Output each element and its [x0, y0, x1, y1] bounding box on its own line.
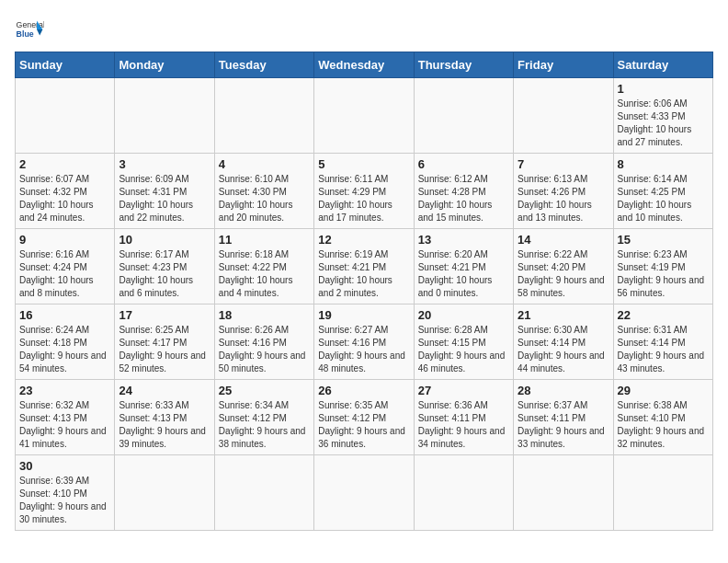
- weekday-header-tuesday: Tuesday: [214, 52, 313, 78]
- calendar-cell: [414, 78, 513, 154]
- calendar-cell: 12Sunrise: 6:19 AM Sunset: 4:21 PM Dayli…: [314, 229, 414, 304]
- calendar-cell: 4Sunrise: 6:10 AM Sunset: 4:30 PM Daylig…: [214, 154, 313, 229]
- calendar-cell: 15Sunrise: 6:23 AM Sunset: 4:19 PM Dayli…: [613, 229, 712, 304]
- day-info: Sunrise: 6:26 AM Sunset: 4:16 PM Dayligh…: [219, 324, 310, 375]
- calendar-cell: [115, 78, 214, 154]
- day-number: 19: [318, 308, 409, 322]
- day-info: Sunrise: 6:16 AM Sunset: 4:24 PM Dayligh…: [19, 248, 110, 300]
- calendar-cell: 24Sunrise: 6:33 AM Sunset: 4:13 PM Dayli…: [115, 380, 214, 455]
- day-info: Sunrise: 6:11 AM Sunset: 4:29 PM Dayligh…: [318, 173, 409, 224]
- weekday-header-row: SundayMondayTuesdayWednesdayThursdayFrid…: [16, 52, 713, 78]
- calendar-cell: 25Sunrise: 6:34 AM Sunset: 4:12 PM Dayli…: [214, 380, 313, 455]
- day-info: Sunrise: 6:12 AM Sunset: 4:28 PM Dayligh…: [418, 173, 509, 224]
- calendar-cell: [214, 78, 313, 154]
- calendar-cell: [514, 455, 613, 531]
- calendar-cell: 5Sunrise: 6:11 AM Sunset: 4:29 PM Daylig…: [314, 154, 414, 229]
- calendar-week-row: 16Sunrise: 6:24 AM Sunset: 4:18 PM Dayli…: [16, 304, 713, 380]
- day-number: 12: [318, 233, 409, 247]
- day-info: Sunrise: 6:18 AM Sunset: 4:22 PM Dayligh…: [219, 248, 310, 300]
- calendar-cell: 9Sunrise: 6:16 AM Sunset: 4:24 PM Daylig…: [16, 229, 115, 304]
- day-number: 8: [618, 157, 709, 171]
- day-info: Sunrise: 6:27 AM Sunset: 4:16 PM Dayligh…: [318, 324, 409, 375]
- day-number: 16: [19, 308, 110, 322]
- day-number: 17: [119, 308, 210, 322]
- day-info: Sunrise: 6:19 AM Sunset: 4:21 PM Dayligh…: [318, 248, 409, 300]
- weekday-header-wednesday: Wednesday: [314, 52, 414, 78]
- day-info: Sunrise: 6:07 AM Sunset: 4:32 PM Dayligh…: [19, 173, 110, 224]
- calendar-cell: 11Sunrise: 6:18 AM Sunset: 4:22 PM Dayli…: [214, 229, 313, 304]
- day-info: Sunrise: 6:35 AM Sunset: 4:12 PM Dayligh…: [318, 399, 409, 451]
- calendar-cell: 3Sunrise: 6:09 AM Sunset: 4:31 PM Daylig…: [115, 154, 214, 229]
- day-number: 7: [518, 157, 609, 171]
- day-info: Sunrise: 6:13 AM Sunset: 4:26 PM Dayligh…: [518, 173, 609, 224]
- day-number: 2: [19, 157, 110, 171]
- day-info: Sunrise: 6:23 AM Sunset: 4:19 PM Dayligh…: [618, 248, 709, 300]
- page-header: General Blue: [15, 15, 713, 44]
- generalblue-logo-icon: General Blue: [15, 15, 44, 44]
- calendar-cell: 23Sunrise: 6:32 AM Sunset: 4:13 PM Dayli…: [16, 380, 115, 455]
- calendar-cell: [115, 455, 214, 531]
- calendar-cell: [214, 455, 313, 531]
- calendar-cell: 17Sunrise: 6:25 AM Sunset: 4:17 PM Dayli…: [115, 304, 214, 380]
- calendar-cell: 30Sunrise: 6:39 AM Sunset: 4:10 PM Dayli…: [16, 455, 115, 531]
- day-number: 10: [119, 233, 210, 247]
- day-info: Sunrise: 6:22 AM Sunset: 4:20 PM Dayligh…: [518, 248, 609, 300]
- day-number: 5: [318, 157, 409, 171]
- calendar-cell: [514, 78, 613, 154]
- day-number: 15: [618, 233, 709, 247]
- day-number: 23: [19, 384, 110, 397]
- day-info: Sunrise: 6:17 AM Sunset: 4:23 PM Dayligh…: [119, 248, 210, 300]
- day-info: Sunrise: 6:20 AM Sunset: 4:21 PM Dayligh…: [418, 248, 509, 300]
- day-number: 6: [418, 157, 509, 171]
- day-info: Sunrise: 6:33 AM Sunset: 4:13 PM Dayligh…: [119, 399, 210, 451]
- logo: General Blue: [15, 15, 44, 44]
- calendar-cell: [314, 78, 414, 154]
- day-info: Sunrise: 6:09 AM Sunset: 4:31 PM Dayligh…: [119, 173, 210, 224]
- day-number: 22: [618, 308, 709, 322]
- calendar-cell: 19Sunrise: 6:27 AM Sunset: 4:16 PM Dayli…: [314, 304, 414, 380]
- calendar-cell: [16, 78, 115, 154]
- day-info: Sunrise: 6:14 AM Sunset: 4:25 PM Dayligh…: [618, 173, 709, 224]
- calendar-cell: 27Sunrise: 6:36 AM Sunset: 4:11 PM Dayli…: [414, 380, 513, 455]
- day-number: 18: [219, 308, 310, 322]
- calendar-cell: 6Sunrise: 6:12 AM Sunset: 4:28 PM Daylig…: [414, 154, 513, 229]
- calendar-cell: 20Sunrise: 6:28 AM Sunset: 4:15 PM Dayli…: [414, 304, 513, 380]
- calendar-cell: 14Sunrise: 6:22 AM Sunset: 4:20 PM Dayli…: [514, 229, 613, 304]
- weekday-header-monday: Monday: [115, 52, 214, 78]
- day-number: 28: [518, 384, 609, 397]
- calendar-cell: [314, 455, 414, 531]
- calendar-cell: 16Sunrise: 6:24 AM Sunset: 4:18 PM Dayli…: [16, 304, 115, 380]
- day-number: 14: [518, 233, 609, 247]
- day-number: 20: [418, 308, 509, 322]
- day-info: Sunrise: 6:25 AM Sunset: 4:17 PM Dayligh…: [119, 324, 210, 375]
- day-number: 25: [219, 384, 310, 397]
- day-info: Sunrise: 6:32 AM Sunset: 4:13 PM Dayligh…: [19, 399, 110, 451]
- svg-marker-3: [37, 29, 42, 35]
- day-info: Sunrise: 6:30 AM Sunset: 4:14 PM Dayligh…: [518, 324, 609, 375]
- calendar-cell: 10Sunrise: 6:17 AM Sunset: 4:23 PM Dayli…: [115, 229, 214, 304]
- day-number: 21: [518, 308, 609, 322]
- calendar-cell: [613, 455, 712, 531]
- day-info: Sunrise: 6:38 AM Sunset: 4:10 PM Dayligh…: [618, 399, 709, 451]
- day-number: 26: [318, 384, 409, 397]
- day-info: Sunrise: 6:06 AM Sunset: 4:33 PM Dayligh…: [618, 98, 709, 149]
- day-number: 11: [219, 233, 310, 247]
- day-info: Sunrise: 6:37 AM Sunset: 4:11 PM Dayligh…: [518, 399, 609, 451]
- day-number: 13: [418, 233, 509, 247]
- day-number: 27: [418, 384, 509, 397]
- day-number: 3: [119, 157, 210, 171]
- calendar-cell: 8Sunrise: 6:14 AM Sunset: 4:25 PM Daylig…: [613, 154, 712, 229]
- day-number: 4: [219, 157, 310, 171]
- calendar-cell: 18Sunrise: 6:26 AM Sunset: 4:16 PM Dayli…: [214, 304, 313, 380]
- day-info: Sunrise: 6:39 AM Sunset: 4:10 PM Dayligh…: [19, 475, 110, 526]
- calendar-cell: 2Sunrise: 6:07 AM Sunset: 4:32 PM Daylig…: [16, 154, 115, 229]
- calendar-week-row: 9Sunrise: 6:16 AM Sunset: 4:24 PM Daylig…: [16, 229, 713, 304]
- calendar-cell: 7Sunrise: 6:13 AM Sunset: 4:26 PM Daylig…: [514, 154, 613, 229]
- calendar-cell: [414, 455, 513, 531]
- day-info: Sunrise: 6:10 AM Sunset: 4:30 PM Dayligh…: [219, 173, 310, 224]
- calendar-cell: 26Sunrise: 6:35 AM Sunset: 4:12 PM Dayli…: [314, 380, 414, 455]
- calendar-week-row: 30Sunrise: 6:39 AM Sunset: 4:10 PM Dayli…: [16, 455, 713, 531]
- weekday-header-saturday: Saturday: [613, 52, 712, 78]
- calendar-cell: 22Sunrise: 6:31 AM Sunset: 4:14 PM Dayli…: [613, 304, 712, 380]
- day-number: 30: [19, 459, 110, 473]
